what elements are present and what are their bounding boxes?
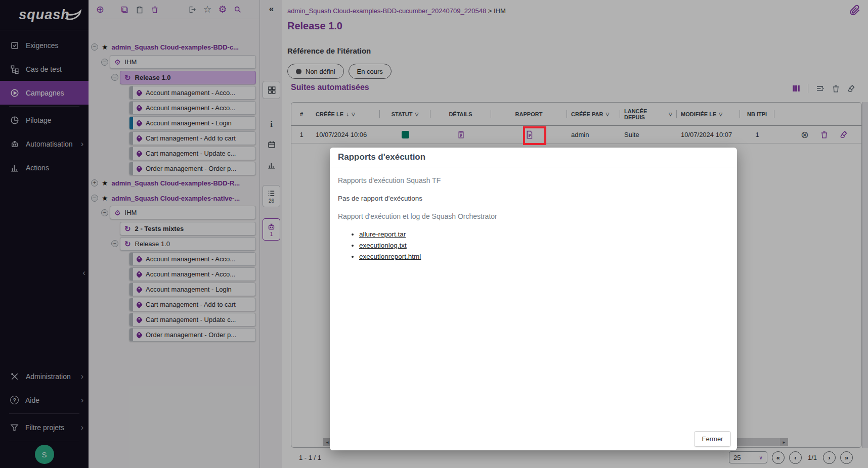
no-report-text: Pas de rapport d'exécutions [338, 195, 729, 202]
squash-tm-app: squash Exigences Cas de test Campagnes P… [0, 0, 868, 468]
close-modal-button[interactable]: Fermer [694, 431, 731, 447]
list-item: allure-report.tar [359, 230, 729, 238]
report-link-executionlog[interactable]: executionlog.txt [359, 242, 407, 249]
report-links-list: allure-report.tar executionlog.txt execu… [359, 230, 729, 260]
execution-reports-modal: Rapports d'exécution Rapports d'exécutio… [330, 148, 737, 450]
list-item: executionreport.html [359, 253, 729, 260]
modal-title: Rapports d'exécution [338, 152, 425, 162]
orchestrator-section-label: Rapport d'exécution et log de Squash Orc… [338, 212, 729, 220]
list-item: executionlog.txt [359, 242, 729, 249]
report-link-allure[interactable]: allure-report.tar [359, 230, 406, 238]
modal-body: Rapports d'exécution Squash TF Pas de ra… [330, 167, 737, 273]
modal-header: Rapports d'exécution [330, 148, 737, 167]
report-link-executionreport[interactable]: executionreport.html [359, 253, 421, 260]
squash-tf-section-label: Rapports d'exécution Squash TF [338, 176, 729, 184]
highlight-red-box [523, 126, 546, 145]
